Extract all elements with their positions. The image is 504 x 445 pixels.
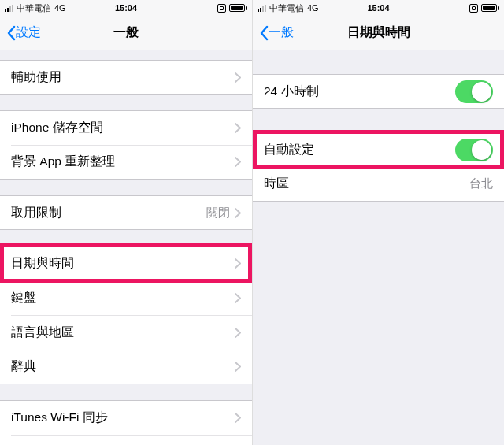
row-value: 關閉 [206,206,230,221]
row-label: 自動設定 [264,142,455,158]
toggle-24-hour[interactable] [455,80,493,103]
row-value: 台北 [469,176,493,191]
chevron-right-icon [235,123,241,133]
row-label: 時區 [264,176,469,192]
row-24-hour: 24 小時制 [253,74,504,109]
page-title: 日期與時間 [253,24,504,41]
page-title: 一般 [0,24,252,41]
group-restrictions: 取用限制 關閉 [0,195,252,230]
row-label: 24 小時制 [264,83,455,100]
row-label: 背景 App 重新整理 [11,154,235,170]
group-accessibility: 輔助使用 [0,60,252,95]
chevron-right-icon [235,362,241,372]
toggle-auto-set[interactable] [455,139,493,161]
row-label: iTunes Wi-Fi 同步 [11,410,235,426]
group-datetime: 日期與時間 鍵盤 語言與地區 辭典 [0,246,252,384]
orientation-lock-icon [217,4,226,13]
row-language-region[interactable]: 語言與地區 [0,315,252,350]
row-label: 輔助使用 [11,69,235,86]
row-label: 語言與地區 [11,324,235,341]
clock: 15:04 [253,3,504,13]
row-label: iPhone 儲存空間 [11,120,235,136]
row-dictionary[interactable]: 辭典 [0,350,252,384]
battery-icon [229,4,247,12]
row-background-app-refresh[interactable]: 背景 App 重新整理 [0,145,252,180]
chevron-right-icon [235,72,241,83]
row-itunes-wifi-sync[interactable]: iTunes Wi-Fi 同步 [0,400,252,435]
chevron-right-icon [235,258,241,269]
screen-date-time: 中華電信 4G 15:04 一般 日期與時間 24 小時制 [252,0,504,445]
highlight-date-time: 日期與時間 [0,246,252,280]
row-label: 取用限制 [11,205,206,221]
row-auto-set: 自動設定 [253,132,504,167]
row-iphone-storage[interactable]: iPhone 儲存空間 [0,110,252,145]
group-24hour: 24 小時制 [253,74,504,109]
row-accessibility[interactable]: 輔助使用 [0,60,252,95]
battery-icon [481,4,499,12]
row-vpn[interactable]: VPN 未連線 [0,435,252,445]
status-bar: 中華電信 4G 15:04 [0,0,252,16]
screen-general: 中華電信 4G 15:04 設定 一般 輔助使用 iPhone [0,0,252,445]
nav-bar: 設定 一般 [0,16,252,50]
group-autoset: 自動設定 時區 台北 [253,132,504,202]
row-label: 辭典 [11,358,235,375]
chevron-right-icon [235,328,241,338]
row-keyboard[interactable]: 鍵盤 [0,280,252,315]
row-timezone[interactable]: 時區 台北 [253,167,504,202]
clock: 15:04 [0,3,252,13]
chevron-right-icon [235,413,241,423]
chevron-right-icon [235,208,241,218]
row-date-time[interactable]: 日期與時間 [0,246,252,280]
chevron-right-icon [235,157,241,167]
row-restrictions[interactable]: 取用限制 關閉 [0,195,252,230]
group-storage: iPhone 儲存空間 背景 App 重新整理 [0,110,252,180]
group-itunes: iTunes Wi-Fi 同步 VPN 未連線 [0,400,252,445]
nav-bar: 一般 日期與時間 [253,16,504,50]
orientation-lock-icon [469,4,478,13]
row-label: 日期與時間 [11,255,235,272]
highlight-auto-set: 自動設定 [253,132,504,167]
row-label: 鍵盤 [11,290,235,306]
status-bar: 中華電信 4G 15:04 [253,0,504,16]
chevron-right-icon [235,293,241,303]
